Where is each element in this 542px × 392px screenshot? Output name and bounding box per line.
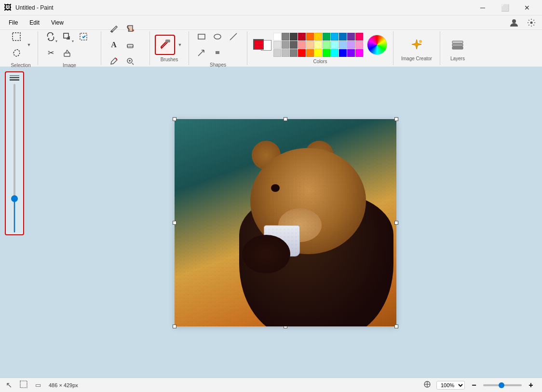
app-icon: 🖼 <box>4 3 12 12</box>
selection-dropdown[interactable]: ▼ <box>25 29 33 60</box>
svg-line-13 <box>230 33 237 40</box>
zoom-thumb[interactable] <box>499 382 504 388</box>
colors-area <box>253 33 387 57</box>
svg-rect-11 <box>198 34 205 39</box>
swatch[interactable] <box>290 49 298 57</box>
minimize-button[interactable]: ─ <box>472 0 494 15</box>
swatch[interactable] <box>306 41 314 49</box>
menu-view[interactable]: View <box>46 17 68 28</box>
brush-size-track[interactable] <box>14 84 15 232</box>
text-button[interactable]: A <box>106 37 122 53</box>
zoom-slider[interactable] <box>483 384 522 386</box>
brushes-label: Brushes <box>161 57 178 62</box>
swatch[interactable] <box>339 41 347 49</box>
swatch[interactable] <box>273 33 281 41</box>
shapes-line[interactable] <box>226 29 241 44</box>
swatch[interactable] <box>347 49 355 57</box>
svg-point-6 <box>132 29 134 31</box>
swatch[interactable] <box>314 49 322 57</box>
swatch[interactable] <box>323 49 330 57</box>
svg-point-15 <box>419 40 422 43</box>
layers-group: Layers <box>440 31 475 65</box>
menu-edit[interactable]: Edit <box>25 17 44 28</box>
ai-select-button[interactable] <box>76 29 91 44</box>
selection-indicator-button[interactable] <box>20 380 27 390</box>
swatch[interactable] <box>355 33 363 41</box>
swatch[interactable] <box>282 49 289 57</box>
swatch[interactable] <box>282 41 289 49</box>
layers-button[interactable] <box>448 36 467 55</box>
erase-button[interactable] <box>59 45 75 61</box>
fill-button[interactable] <box>122 21 138 36</box>
settings-button[interactable] <box>525 16 538 29</box>
swatch[interactable] <box>331 33 339 41</box>
svg-point-0 <box>512 19 516 23</box>
colorpicker-button[interactable] <box>106 54 122 69</box>
swatch[interactable] <box>290 33 298 41</box>
cursor-tool-button[interactable]: ↖ <box>6 380 12 390</box>
swatch[interactable] <box>331 49 339 57</box>
tools-group: A Tools <box>101 31 150 65</box>
zoom-out-button[interactable]: − <box>469 380 479 391</box>
image-creator-button[interactable] <box>407 36 426 55</box>
toolbar: ▼ Selection ▾ ▾ <box>0 30 542 68</box>
paint-texture <box>175 119 396 326</box>
swatch[interactable] <box>298 49 306 57</box>
shapes-ellipse[interactable] <box>210 29 225 44</box>
swatch[interactable] <box>323 41 330 49</box>
zoom-tool-button[interactable] <box>122 54 138 69</box>
crop-button[interactable]: ✂ <box>43 45 58 61</box>
select-rect-button[interactable] <box>9 29 24 44</box>
zoom-dropdown[interactable]: 100% 50% 75% 150% 200% <box>436 381 465 390</box>
svg-point-12 <box>214 34 221 39</box>
menu-file[interactable]: File <box>4 17 23 28</box>
swatch[interactable] <box>339 33 347 41</box>
swatch[interactable] <box>298 41 306 49</box>
swatch[interactable] <box>306 33 314 41</box>
swatch[interactable] <box>347 41 355 49</box>
swatch[interactable] <box>339 49 347 57</box>
swatch[interactable] <box>290 41 298 49</box>
brushes-button[interactable] <box>155 35 175 55</box>
brushes-group: ▼ Brushes <box>150 31 189 65</box>
palette-row-2 <box>273 41 363 49</box>
svg-point-1 <box>530 21 533 24</box>
close-button[interactable]: ✕ <box>516 0 538 15</box>
swatch[interactable] <box>355 41 363 49</box>
restore-button[interactable]: ⬜ <box>494 0 516 15</box>
swatch[interactable] <box>347 33 355 41</box>
brush-size-thumb[interactable] <box>11 195 18 202</box>
swatch[interactable] <box>314 33 322 41</box>
color-wheel[interactable] <box>367 35 387 55</box>
swatch[interactable] <box>273 41 281 49</box>
shapes-dropdown[interactable] <box>210 45 225 60</box>
zoom-in-button[interactable]: + <box>526 380 536 391</box>
eraser-button[interactable] <box>122 37 138 53</box>
swatch[interactable] <box>314 41 322 49</box>
swatch[interactable] <box>331 41 339 49</box>
shapes-rect[interactable] <box>194 29 209 44</box>
image-creator-label: Image Creator <box>401 56 432 61</box>
main-canvas <box>29 68 542 378</box>
foreground-color-box[interactable] <box>253 39 264 50</box>
rotate-button[interactable]: ▾ <box>43 29 58 44</box>
swatch[interactable] <box>355 49 363 57</box>
pencil-button[interactable] <box>106 21 122 36</box>
selection-label: Selection <box>11 63 30 68</box>
canvas-dimensions: 486 × 429px <box>49 382 78 388</box>
fit-button[interactable] <box>422 380 433 391</box>
image-tools: ▾ ▾ ✂ <box>43 29 96 61</box>
swatch[interactable] <box>323 33 330 41</box>
canvas-image[interactable] <box>175 119 396 326</box>
profile-button[interactable] <box>507 16 521 29</box>
selection-tools: ▼ <box>9 29 33 61</box>
swatch[interactable] <box>298 33 306 41</box>
resize-button[interactable]: ▾ <box>59 29 75 44</box>
swatch[interactable] <box>273 49 281 57</box>
swatch[interactable] <box>282 33 289 41</box>
shapes-arrow[interactable] <box>194 45 209 60</box>
select-free-button[interactable] <box>9 45 24 61</box>
brushes-dropdown[interactable]: ▼ <box>176 35 184 55</box>
swatch[interactable] <box>306 49 314 57</box>
svg-rect-17 <box>452 44 463 46</box>
